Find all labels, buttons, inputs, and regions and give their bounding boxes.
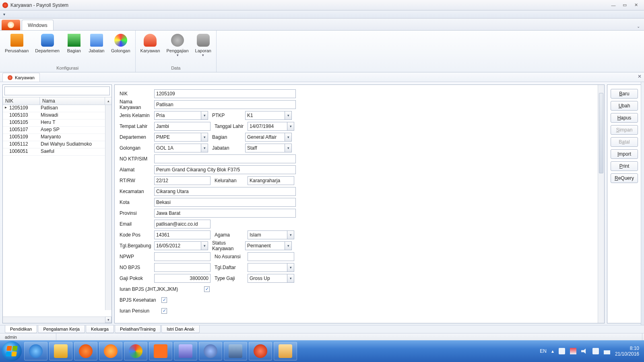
ribbon-item-departemen[interactable]: Departemen <box>33 32 61 66</box>
rtrw-field[interactable] <box>154 176 211 185</box>
form-vertical-scrollbar[interactable] <box>598 85 604 323</box>
tanggal-lahir-field[interactable] <box>248 122 287 131</box>
kecamatan-field[interactable] <box>154 187 296 196</box>
ribbon-item-jabatan[interactable]: Jabatan <box>87 32 106 66</box>
detail-tab-keluarga[interactable]: Keluarga <box>86 325 114 333</box>
tray-battery-icon[interactable] <box>592 348 599 354</box>
chevron-down-icon[interactable]: ▾ <box>201 111 208 120</box>
ribbon-item-bagian[interactable]: Bagian <box>64 32 84 66</box>
taskbar-item-tool2[interactable] <box>199 342 222 360</box>
jenis-kelamin-select[interactable] <box>154 111 201 120</box>
kota-field[interactable] <box>154 198 296 207</box>
ribbon-item-karyawan[interactable]: Karyawan <box>139 32 162 66</box>
table-row[interactable]: 1006051Saeful <box>3 148 111 156</box>
email-field[interactable] <box>154 220 211 228</box>
tray-network-icon[interactable] <box>604 348 610 354</box>
taskbar-item-media[interactable] <box>99 342 122 360</box>
tray-volume-icon[interactable] <box>581 348 588 354</box>
tray-chevron-up-icon[interactable]: ▴ <box>551 348 554 354</box>
taskbar-item-tool3[interactable] <box>224 342 247 360</box>
qat-dropdown-icon[interactable]: ▾ <box>3 12 9 17</box>
table-row[interactable]: 1005109Maryanto <box>3 134 111 141</box>
col-header-nik[interactable]: NIK <box>3 97 40 105</box>
grid-scroll-down-icon[interactable]: ▾ <box>105 317 111 323</box>
document-tabs-close-icon[interactable]: ✕ <box>638 74 642 79</box>
chevron-down-icon[interactable]: ▾ <box>287 122 294 131</box>
provinsi-field[interactable] <box>154 209 296 218</box>
alamat-field[interactable] <box>154 165 296 174</box>
taskbar-item-chrome[interactable] <box>124 342 147 360</box>
taskbar-item-xampp[interactable] <box>149 342 172 360</box>
ribbon-item-penggajian[interactable]: Penggajian▾ <box>165 32 190 66</box>
table-row[interactable]: 1005107Asep SP <box>3 127 111 134</box>
ktp-field[interactable] <box>154 154 296 163</box>
taskbar-item-app[interactable] <box>249 342 272 360</box>
golongan-select[interactable] <box>154 144 201 152</box>
chevron-down-icon[interactable]: ▾ <box>285 111 292 120</box>
chevron-down-icon[interactable]: ▾ <box>285 133 292 142</box>
detail-tab-istri-anak[interactable]: Istri Dan Anak <box>161 325 199 333</box>
gaji-pokok-field[interactable] <box>154 274 211 283</box>
chevron-down-icon[interactable]: ▾ <box>201 241 208 250</box>
iuran-bpjs-checkbox[interactable]: ✓ <box>204 286 210 292</box>
tray-icon[interactable] <box>559 348 565 354</box>
kodepos-field[interactable] <box>154 230 211 239</box>
detail-tab-pengalaman[interactable]: Pengalaman Kerja <box>38 325 85 333</box>
nama-field[interactable] <box>154 100 296 109</box>
iuran-pensiun-checkbox[interactable]: ✓ <box>161 308 167 314</box>
status-karyawan-select[interactable] <box>245 241 285 250</box>
tray-clock[interactable]: 8:10 21/10/2016 <box>615 346 639 357</box>
nik-field[interactable] <box>154 89 296 98</box>
table-row[interactable]: 1005105Heru T <box>3 119 111 127</box>
search-input[interactable] <box>4 86 110 95</box>
requery-button[interactable]: ReQuery <box>611 173 638 183</box>
no-bpjs-field[interactable] <box>154 263 211 272</box>
type-gaji-select[interactable] <box>248 274 287 283</box>
table-row[interactable]: 1005112Dwi Wahyu Sudiatmoko <box>3 141 111 148</box>
print-button[interactable]: Print <box>611 161 638 171</box>
start-button[interactable] <box>2 341 22 361</box>
taskbar-item-tool1[interactable] <box>174 342 197 360</box>
hapus-button[interactable]: Hapus <box>611 113 638 123</box>
minimize-button[interactable]: — <box>608 1 619 9</box>
chevron-down-icon[interactable]: ▾ <box>287 263 294 272</box>
taskbar-item-paint[interactable] <box>274 342 297 360</box>
baru-button[interactable]: Baru <box>611 89 638 99</box>
agama-select[interactable] <box>248 230 287 239</box>
ptkp-select[interactable] <box>245 111 285 120</box>
tgl-bergabung-field[interactable] <box>154 241 201 250</box>
tempat-lahir-field[interactable] <box>154 122 211 131</box>
npwp-field[interactable] <box>154 252 211 261</box>
close-button[interactable]: ✕ <box>630 1 642 9</box>
detail-tab-pelatihan[interactable]: Pelatihan/Training <box>115 325 161 333</box>
ribbon-item-perusahaan[interactable]: Perusahaan <box>3 32 30 66</box>
grid-horizontal-scrollbar[interactable] <box>3 317 105 323</box>
batal-button[interactable]: Batal <box>611 137 638 147</box>
chevron-down-icon[interactable]: ▾ <box>201 133 208 142</box>
import-button[interactable]: Import <box>611 149 638 159</box>
departemen-select[interactable] <box>154 133 201 142</box>
application-menu-button[interactable] <box>2 20 20 30</box>
tray-language[interactable]: EN <box>540 348 547 354</box>
chevron-down-icon[interactable]: ▾ <box>285 241 292 250</box>
chevron-down-icon[interactable]: ▾ <box>285 144 292 152</box>
ribbon-collapse-icon[interactable]: ⌄ <box>633 22 644 30</box>
taskbar-item-firefox[interactable] <box>74 342 97 360</box>
table-row[interactable]: 1005103Miswadi <box>3 112 111 119</box>
chevron-down-icon[interactable]: ▾ <box>201 144 208 152</box>
grid-scroll-up-icon[interactable]: ▴ <box>105 97 111 105</box>
chevron-down-icon[interactable]: ▾ <box>287 230 294 239</box>
ribbon-tab-windows[interactable]: Windows <box>22 20 54 30</box>
ubah-button[interactable]: Ubah <box>611 101 638 111</box>
maximize-button[interactable]: ▭ <box>619 1 630 9</box>
bpjs-kesehatan-checkbox[interactable]: ✓ <box>161 297 167 303</box>
taskbar-item-ie[interactable] <box>24 342 47 360</box>
kelurahan-field[interactable] <box>248 176 294 185</box>
jabatan-select[interactable] <box>245 144 285 152</box>
document-tab-karyawan[interactable]: Karyawan <box>2 73 40 82</box>
taskbar-item-explorer[interactable] <box>49 342 72 360</box>
resize-handle[interactable] <box>641 82 644 326</box>
ribbon-item-golongan[interactable]: Golongan <box>109 32 132 66</box>
tgl-daftar-field[interactable] <box>248 263 287 272</box>
table-row[interactable]: ▸1205109Patlisan <box>3 105 111 112</box>
